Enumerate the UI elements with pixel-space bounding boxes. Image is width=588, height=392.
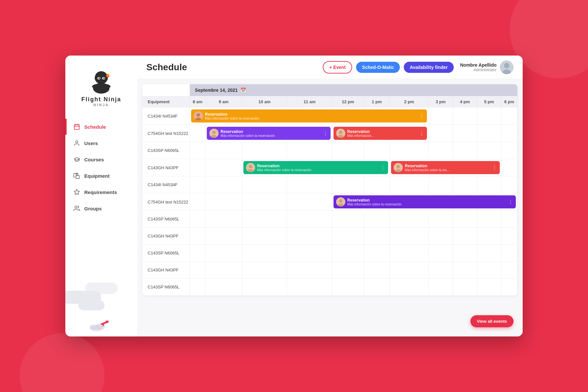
res-avatar bbox=[336, 129, 345, 138]
time-cell bbox=[453, 107, 477, 125]
time-cell bbox=[501, 142, 517, 159]
sidebar-label-courses: Courses bbox=[84, 157, 104, 162]
time-cell bbox=[332, 262, 364, 279]
time-cell bbox=[453, 279, 477, 296]
time-col-12pm: 12 pm bbox=[332, 96, 364, 107]
time-cell bbox=[453, 125, 477, 142]
sidebar-item-schedule[interactable]: Schedule bbox=[65, 119, 137, 135]
time-cell bbox=[190, 211, 205, 228]
equipment-col-header: Equipment bbox=[142, 96, 190, 107]
time-cell bbox=[287, 279, 332, 296]
time-header-row: Equipment 8 am 9 am 10 am 11 am 12 pm 1 … bbox=[142, 96, 517, 107]
time-cell bbox=[364, 142, 390, 159]
equipment-icon bbox=[73, 172, 80, 179]
time-cell bbox=[190, 245, 205, 262]
res-title: Reservation bbox=[257, 164, 378, 168]
table-row: C143SP N6065L bbox=[142, 211, 517, 228]
time-cell bbox=[242, 193, 287, 211]
svg-point-6 bbox=[103, 77, 105, 79]
page-title: Schedule bbox=[146, 62, 187, 73]
res-menu-icon[interactable]: ⋮ bbox=[419, 113, 424, 119]
time-cell bbox=[205, 245, 242, 262]
reservation-block[interactable]: Reservation Más información sobre la res… bbox=[334, 195, 516, 208]
time-cell bbox=[501, 228, 517, 245]
svg-rect-12 bbox=[74, 124, 79, 129]
svg-point-11 bbox=[106, 74, 109, 77]
logo-name: Flight Ninja bbox=[81, 96, 121, 103]
time-cell bbox=[190, 125, 205, 142]
time-cell bbox=[205, 211, 242, 228]
table-row: C754GH test N15222 bbox=[142, 193, 517, 211]
time-cell bbox=[453, 245, 477, 262]
svg-point-16 bbox=[76, 141, 78, 143]
time-col-6pm: 6 pm bbox=[501, 96, 517, 107]
sidebar-label-groups: Groups bbox=[84, 206, 102, 211]
svg-marker-17 bbox=[76, 175, 79, 178]
time-cell bbox=[501, 211, 517, 228]
sidebar-label-schedule: Schedule bbox=[84, 124, 106, 130]
equipment-label: C143SP N6065L bbox=[142, 279, 190, 296]
reservation-block[interactable]: Reservation Más información sobre la res… bbox=[207, 127, 331, 140]
equipment-label: C754GH test N15222 bbox=[142, 193, 190, 211]
sidebar-item-requirements[interactable]: Requirements bbox=[65, 184, 137, 200]
plane-decoration bbox=[90, 319, 116, 333]
time-cell bbox=[501, 262, 517, 279]
time-cell: Reservation Más información sobre la res… bbox=[205, 125, 332, 142]
sidebar-label-users: Users bbox=[84, 140, 98, 146]
time-col-2pm: 2 pm bbox=[390, 96, 429, 107]
svg-point-43 bbox=[339, 199, 342, 203]
time-col-5pm: 5 pm bbox=[477, 96, 501, 107]
app-container: Flight Ninja NINJA Schedule bbox=[65, 56, 523, 336]
table-row: C1434I N4534F bbox=[142, 176, 517, 193]
sidebar-item-users[interactable]: Users bbox=[65, 135, 137, 151]
time-cell bbox=[332, 228, 364, 245]
svg-point-20 bbox=[75, 206, 77, 208]
time-cell: Reservation Más información sobre la res… bbox=[390, 159, 501, 176]
time-cell bbox=[364, 262, 390, 279]
add-event-button[interactable]: + Event bbox=[323, 61, 352, 74]
logo-subtitle: NINJA bbox=[93, 103, 109, 107]
svg-marker-19 bbox=[74, 189, 80, 195]
time-cell bbox=[501, 125, 517, 142]
sidebar-item-courses[interactable]: Courses bbox=[65, 151, 137, 168]
time-cell bbox=[190, 142, 205, 159]
svg-point-40 bbox=[397, 165, 400, 168]
time-cell bbox=[364, 176, 390, 193]
res-menu-icon[interactable]: ⋮ bbox=[419, 130, 424, 137]
time-cell: Reservation Más información sobre la res… bbox=[242, 159, 390, 176]
users-icon bbox=[73, 139, 80, 147]
time-cell bbox=[477, 125, 501, 142]
res-menu-icon[interactable]: ⋮ bbox=[380, 165, 385, 171]
res-menu-icon[interactable]: ⋮ bbox=[508, 199, 513, 205]
res-avatar bbox=[194, 111, 203, 121]
table-row: C143GH N43PF Reservation bbox=[142, 159, 517, 176]
availability-finder-button[interactable]: Availability finder bbox=[404, 62, 453, 73]
res-title: Reservation bbox=[347, 198, 506, 203]
reservation-block[interactable]: Reservation Más información sobre la res… bbox=[391, 161, 499, 174]
reservation-block[interactable]: Reservation Más información... ⋮ bbox=[334, 127, 427, 140]
sidebar-item-groups[interactable]: Groups bbox=[65, 200, 137, 217]
svg-point-34 bbox=[339, 131, 342, 134]
time-col-3pm: 3 pm bbox=[429, 96, 453, 107]
time-cell bbox=[287, 193, 332, 211]
time-cell bbox=[453, 228, 477, 245]
res-subtitle: Más información sobre la reservación bbox=[347, 203, 506, 206]
sidebar-item-equipment[interactable]: Equipment bbox=[65, 168, 137, 184]
time-cell bbox=[453, 176, 477, 193]
res-menu-icon[interactable]: ⋮ bbox=[323, 130, 328, 137]
res-title: Reservation bbox=[347, 129, 417, 134]
reservation-block[interactable]: Reservation Más información sobre la res… bbox=[191, 109, 427, 122]
time-col-11am: 11 am bbox=[287, 96, 332, 107]
view-all-events-button[interactable]: View all events bbox=[470, 315, 514, 327]
equipment-label: C1434I N4534F bbox=[142, 176, 190, 193]
time-cell bbox=[205, 228, 242, 245]
sched-o-matic-button[interactable]: Sched-O-Matic bbox=[356, 62, 400, 73]
svg-point-5 bbox=[98, 77, 100, 79]
courses-icon bbox=[73, 156, 80, 163]
res-title: Reservation bbox=[405, 164, 490, 168]
calendar-icon bbox=[73, 123, 80, 130]
time-cell bbox=[364, 211, 390, 228]
time-cell bbox=[332, 279, 364, 296]
reservation-block[interactable]: Reservation Más información sobre la res… bbox=[243, 161, 388, 174]
res-menu-icon[interactable]: ⋮ bbox=[492, 165, 497, 171]
